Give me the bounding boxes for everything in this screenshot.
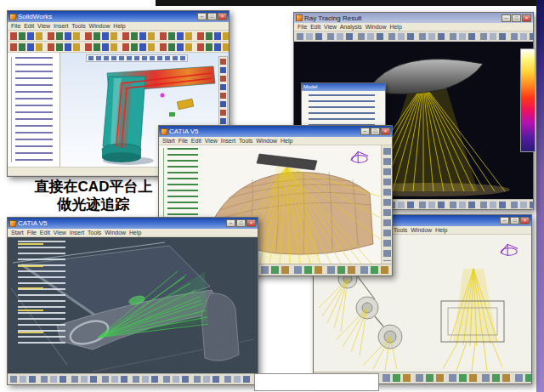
- menu-bar[interactable]: File Edit View Insert Tools Window Help: [8, 22, 229, 31]
- menu-bar[interactable]: Start File Edit View Insert Tools Window…: [8, 229, 258, 237]
- bottom-placeholder-box: [254, 373, 379, 391]
- titlebar-catia-interior[interactable]: CATIA V5 – □ ×: [8, 218, 258, 229]
- caption-line2: 做光迹追踪: [20, 196, 167, 213]
- view-toolbar[interactable]: [218, 56, 228, 126]
- specification-tree[interactable]: [11, 241, 67, 344]
- window-title: CATIA V5: [169, 126, 359, 137]
- close-button[interactable]: ×: [520, 217, 530, 224]
- window-title: CATIA V5: [18, 218, 224, 229]
- heads-up-toolbar[interactable]: [86, 54, 188, 62]
- caption-line1: 直接在CAD平台上: [20, 178, 167, 196]
- maximize-button[interactable]: □: [371, 128, 380, 135]
- toolbar-main[interactable]: [294, 31, 533, 42]
- magenta-marker: [161, 94, 165, 98]
- top-edge-bar: [156, 0, 544, 6]
- right-toolbar[interactable]: [381, 145, 392, 264]
- minimize-button[interactable]: –: [360, 128, 370, 135]
- app-icon: [161, 128, 167, 135]
- minimize-button[interactable]: –: [197, 13, 207, 20]
- maximize-button[interactable]: □: [236, 219, 246, 227]
- slide-canvas: SolidWorks – □ × File Edit View Insert T…: [0, 0, 544, 392]
- titlebar-catia-body[interactable]: CATIA V5 – □ ×: [159, 126, 392, 137]
- caption-text: 直接在CAD平台上 做光迹追踪: [20, 178, 167, 213]
- window-title: SolidWorks: [18, 11, 196, 22]
- app-icon: [296, 14, 303, 21]
- maximize-button[interactable]: □: [510, 217, 519, 224]
- toolbar-standard[interactable]: [8, 31, 229, 42]
- minimize-button[interactable]: –: [226, 219, 235, 227]
- minimize-button[interactable]: –: [502, 14, 511, 22]
- app-icon: [9, 14, 16, 20]
- titlebar-solidworks[interactable]: SolidWorks – □ ×: [8, 11, 229, 22]
- window-catia-interior: CATIA V5 – □ × Start File Edit View Inse…: [7, 217, 258, 385]
- seat: [201, 293, 239, 361]
- color-scale-legend: [520, 48, 536, 152]
- close-button[interactable]: ×: [381, 128, 390, 135]
- app-icon: [9, 220, 16, 227]
- maximize-button[interactable]: □: [512, 14, 521, 22]
- feature-tree[interactable]: [8, 53, 60, 167]
- bottom-toolbar[interactable]: [8, 373, 258, 384]
- titlebar-simulation[interactable]: Ray Tracing Result – □ ×: [294, 13, 533, 23]
- close-button[interactable]: ×: [522, 14, 531, 22]
- window-title: Ray Tracing Result: [304, 13, 500, 24]
- minimize-button[interactable]: –: [500, 217, 509, 224]
- close-button[interactable]: ×: [218, 13, 227, 20]
- dialog-title: Model: [302, 83, 385, 91]
- viewport-catia-interior[interactable]: [8, 237, 258, 373]
- toolbar-features[interactable]: [8, 42, 229, 53]
- right-edge-strip: [536, 0, 544, 392]
- maximize-button[interactable]: □: [207, 13, 217, 20]
- menu-bar[interactable]: File Edit View Analysis Window Help: [294, 23, 533, 31]
- menu-bar[interactable]: Start File Edit View Insert Tools Window…: [159, 137, 392, 145]
- close-button[interactable]: ×: [246, 219, 256, 227]
